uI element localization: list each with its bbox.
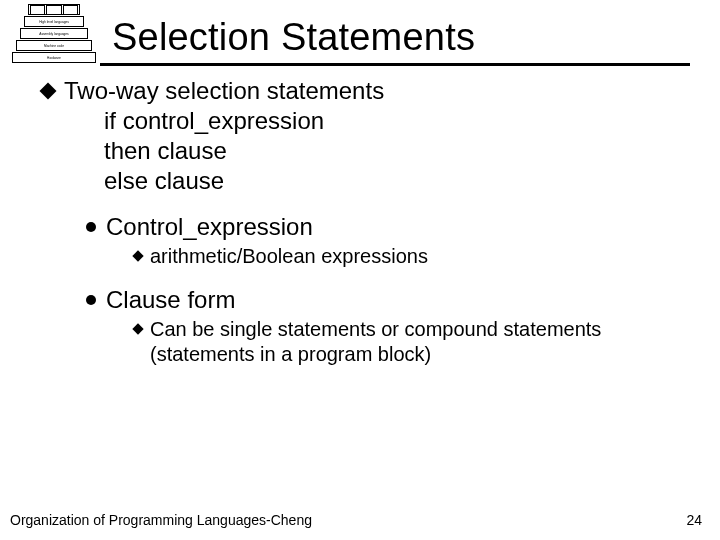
slide-header: High level languages Assembly languages …: [0, 0, 720, 66]
diamond-icon: [40, 83, 57, 100]
indent-line-2: then clause: [104, 136, 686, 166]
lvl1-text: Two-way selection statements: [64, 76, 384, 106]
lvl2-text-2: Clause form: [106, 285, 235, 315]
slide-body: Two-way selection statements if control_…: [0, 66, 720, 367]
pyramid-layer-3: Assembly languages: [20, 28, 88, 39]
slide: High level languages Assembly languages …: [0, 0, 720, 540]
diamond-icon: [132, 250, 143, 261]
bullet-lvl1: Two-way selection statements: [42, 76, 686, 106]
lvl2-text-1: Control_expression: [106, 212, 313, 242]
indent-line-1: if control_expression: [104, 106, 686, 136]
bullet-lvl3-2: Can be single statements or compound sta…: [134, 317, 686, 367]
pyramid-top: [28, 4, 80, 15]
pyramid-layer-5: Hardware: [12, 52, 96, 63]
footer-page-number: 24: [686, 512, 702, 528]
bullet-lvl2-1: Control_expression: [86, 212, 686, 242]
page-title: Selection Statements: [112, 6, 720, 59]
bullet-lvl3-1: arithmetic/Boolean expressions: [134, 244, 686, 269]
footer-left: Organization of Programming Languages-Ch…: [10, 512, 312, 528]
pyramid-layer-4: Machine code: [16, 40, 92, 51]
diamond-icon: [132, 323, 143, 334]
pyramid-layer-2: High level languages: [24, 16, 84, 27]
disc-icon: [86, 222, 96, 232]
indent-line-3: else clause: [104, 166, 686, 196]
lvl3-text-2: Can be single statements or compound sta…: [150, 317, 686, 367]
bullet-lvl2-2: Clause form: [86, 285, 686, 315]
pyramid-icon: High level languages Assembly languages …: [8, 4, 100, 74]
lvl3-text-1: arithmetic/Boolean expressions: [150, 244, 428, 269]
title-rule: [100, 63, 690, 66]
disc-icon: [86, 295, 96, 305]
